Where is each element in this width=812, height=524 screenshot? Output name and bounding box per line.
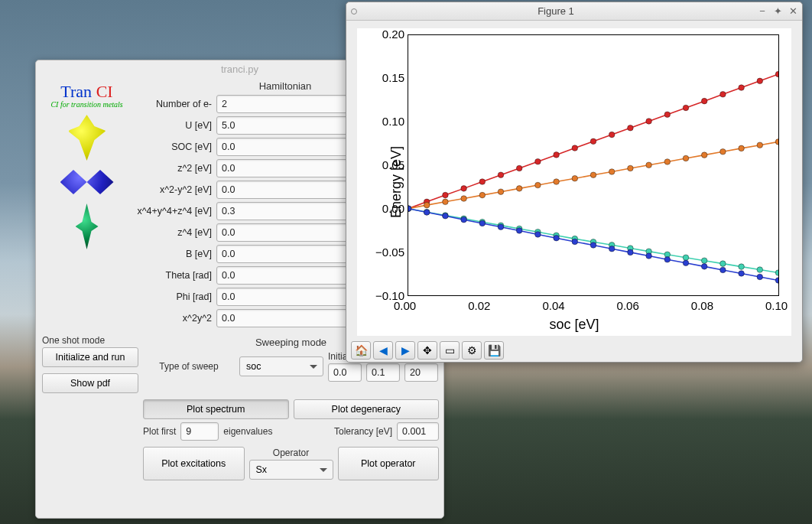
ham-label-1: U [eV] [132, 120, 212, 131]
save-icon[interactable]: 💾 [484, 341, 504, 360]
point-orange [646, 162, 652, 168]
figure-window: Figure 1 − ✦ ✕ Energy [eV] soc [eV] 0.20… [346, 2, 803, 363]
point-teal [739, 264, 745, 270]
ytick: 0.15 [382, 71, 404, 84]
point-orange [516, 186, 522, 192]
point-red [757, 78, 763, 84]
point-red [461, 186, 467, 192]
xtick: 0.04 [542, 299, 564, 312]
logo-tran: Tran [60, 82, 92, 101]
point-orange [628, 165, 634, 171]
typeofsweep-label: Type of sweep [143, 361, 235, 372]
point-blue [701, 264, 707, 270]
point-red [628, 125, 634, 131]
point-orange [739, 145, 745, 151]
plot-excitations-button[interactable]: Plot excitations [143, 447, 245, 480]
xlabel: soc [eV] [549, 317, 599, 333]
logo-panel: Tran CI CI for transition metals [36, 77, 132, 332]
point-blue [664, 257, 671, 263]
config-icon[interactable]: ⚙ [462, 341, 482, 360]
point-red [683, 105, 689, 111]
point-teal [757, 267, 763, 273]
point-orange [424, 202, 430, 208]
orbital-yellow-icon [68, 115, 106, 161]
figure-titlebar[interactable]: Figure 1 − ✦ ✕ [346, 2, 802, 21]
ham-label-8: Theta [rad] [132, 270, 212, 281]
zoom-icon[interactable]: ▭ [440, 341, 460, 360]
ham-label-7: B [eV] [132, 249, 212, 259]
initialize-run-button[interactable]: Initialize and run [42, 347, 138, 367]
point-blue [554, 235, 560, 241]
point-teal [683, 255, 689, 261]
close-icon[interactable]: ✕ [788, 7, 797, 16]
point-red [498, 172, 504, 178]
oneshot-label: One shot mode [42, 335, 138, 346]
point-blue [628, 249, 634, 255]
point-teal [720, 261, 726, 267]
tolerancy-input[interactable] [397, 422, 439, 441]
show-pdf-button[interactable]: Show pdf [42, 373, 138, 393]
maximize-icon[interactable]: ✦ [773, 7, 782, 16]
plot-spectrum-button[interactable]: Plot spectrum [143, 399, 289, 419]
xtick: 0.00 [394, 299, 416, 312]
plot-operator-button[interactable]: Plot operator [338, 447, 440, 480]
point-orange [683, 155, 689, 161]
operator-select[interactable]: Sx [249, 460, 333, 480]
point-orange [590, 172, 596, 178]
minimize-icon[interactable]: − [758, 7, 767, 16]
final-input[interactable] [366, 363, 400, 382]
point-orange [609, 169, 615, 175]
home-icon[interactable]: 🏠 [351, 341, 371, 360]
point-blue [609, 246, 615, 252]
point-blue [535, 232, 541, 238]
point-red [739, 85, 745, 91]
initial-input[interactable] [328, 363, 362, 382]
back-icon[interactable]: ◀ [373, 341, 393, 360]
ham-label-2: SOC [eV] [132, 142, 212, 152]
orbital-blue-icon [60, 167, 114, 197]
point-red [554, 152, 560, 158]
ytick: 0.20 [382, 28, 404, 41]
point-blue [590, 242, 596, 249]
point-blue [516, 228, 522, 234]
point-orange [535, 182, 541, 188]
ytick: 0.05 [382, 158, 404, 171]
point-red [443, 192, 449, 198]
point-red [664, 112, 671, 118]
point-blue [775, 278, 778, 284]
forward-icon[interactable]: ▶ [395, 341, 415, 360]
point-blue [443, 213, 449, 220]
point-red [646, 119, 652, 125]
typeofsweep-select[interactable]: soc [239, 356, 323, 376]
point-orange [572, 175, 578, 181]
point-red [720, 92, 726, 98]
ham-label-5: x^4+y^4+z^4 [eV] [132, 206, 212, 216]
point-red [775, 71, 778, 77]
point-orange [664, 159, 671, 165]
ham-label-4: x^2-y^2 [eV] [132, 184, 212, 195]
point-orange [554, 179, 560, 185]
point-teal [775, 270, 778, 276]
point-orange [443, 199, 449, 205]
ham-label-9: Phi [rad] [132, 291, 212, 302]
pan-icon[interactable]: ✥ [417, 341, 437, 360]
orbital-green-icon [76, 203, 99, 249]
window-menu-icon[interactable] [351, 8, 357, 15]
plot-degeneracy-button[interactable]: Plot degeneracy [294, 399, 440, 419]
point-orange [720, 149, 726, 155]
ytick: 0.00 [382, 202, 404, 215]
plotfirst-input[interactable] [180, 422, 219, 441]
ham-label-6: z^4 [eV] [132, 227, 212, 238]
point-blue [683, 260, 689, 266]
steps-input[interactable] [404, 363, 438, 382]
ytick: 0.10 [382, 115, 404, 128]
point-red [479, 179, 486, 185]
point-red [572, 145, 578, 151]
point-orange [461, 196, 467, 202]
ham-label-10: x^2y^2 [132, 313, 212, 324]
logo-subtitle: CI for transition metals [42, 100, 132, 109]
point-orange [498, 189, 504, 195]
point-red [516, 165, 522, 171]
point-blue [757, 274, 763, 280]
point-red [609, 132, 615, 138]
